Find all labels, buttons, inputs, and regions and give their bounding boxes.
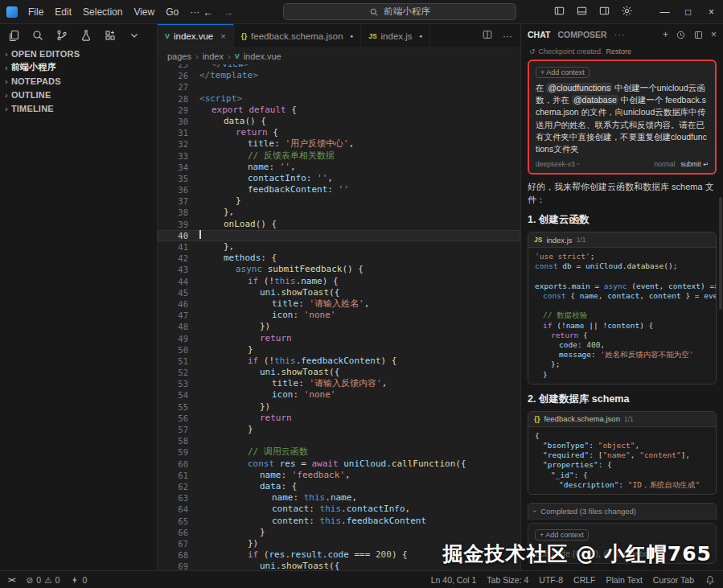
ports-indicator[interactable]: 0: [71, 575, 87, 585]
code-line[interactable]: 65content: this.feedbackContent: [158, 516, 520, 527]
code-line[interactable]: 46title: '请输入姓名',: [158, 298, 520, 310]
close-panel-icon[interactable]: ×: [711, 29, 717, 40]
forward-button[interactable]: →: [223, 6, 233, 19]
breadcrumb-item[interactable]: index: [203, 51, 224, 61]
add-context-chip[interactable]: + Add context: [536, 67, 589, 78]
settings-gear-icon[interactable]: [621, 5, 633, 19]
status-item[interactable]: Cursor Tab: [653, 575, 694, 585]
search-icon[interactable]: [28, 26, 47, 45]
code-line[interactable]: 41},: [158, 241, 520, 253]
modified-dot[interactable]: ●: [351, 34, 354, 39]
modified-dot[interactable]: ●: [420, 34, 423, 39]
code-line[interactable]: 40: [158, 230, 520, 241]
code-line[interactable]: 49return: [158, 333, 520, 344]
completed-file-row[interactable]: Vindex.vue10/10: [528, 519, 716, 520]
menu-item-view[interactable]: View: [128, 6, 160, 18]
menu-item-edit[interactable]: Edit: [49, 6, 77, 18]
code-block-header[interactable]: JSindex.js1/1: [528, 232, 716, 248]
code-line[interactable]: 44if (!this.name) {: [158, 276, 520, 287]
split-editor-icon[interactable]: [482, 29, 493, 43]
more-icon[interactable]: [125, 26, 144, 45]
code-line[interactable]: 66}: [158, 527, 520, 538]
code-line[interactable]: 35contactInfo: '',: [158, 173, 520, 184]
menu-item-go[interactable]: Go: [160, 6, 184, 18]
code-editor[interactable]: 25</view>26</template>2728<script>29expo…: [158, 64, 520, 570]
sidebar-section[interactable]: ›NOTEPADS: [0, 74, 157, 88]
code-line[interactable]: 64contact: this.contactInfo,: [158, 504, 520, 515]
source-control-icon[interactable]: [52, 26, 72, 45]
code-line[interactable]: 63name: this.name,: [158, 492, 520, 504]
menu-item-selection[interactable]: Selection: [77, 6, 128, 18]
code-line[interactable]: 45uni.showToast({: [158, 287, 520, 298]
code-line[interactable]: 52uni.showToast({: [158, 367, 520, 378]
toggle-sidebar-icon[interactable]: [553, 5, 565, 19]
chat-tab-overflow-icon[interactable]: ···: [614, 30, 626, 39]
chat-scrollbar[interactable]: [719, 197, 722, 310]
breadcrumb-item[interactable]: pages: [167, 51, 191, 61]
tab-feedback.schema.json[interactable]: {}feedback.schema.json●: [234, 24, 361, 47]
code-line[interactable]: 31return {: [158, 127, 520, 138]
code-line[interactable]: 59// 调用云函数: [158, 446, 520, 458]
completed-header[interactable]: › Completed (3 files changed): [528, 504, 716, 519]
tab-index.js[interactable]: JSindex.js●: [361, 24, 430, 47]
code-line[interactable]: 61name: 'feedback',: [158, 470, 520, 481]
testing-icon[interactable]: [76, 26, 96, 45]
menu-item-file[interactable]: File: [23, 6, 49, 18]
status-item[interactable]: CRLF: [573, 575, 595, 585]
status-item[interactable]: Tab Size: 4: [487, 575, 528, 585]
code-line[interactable]: 56return: [158, 413, 520, 424]
problems-indicator[interactable]: ⊘0 ⚠0: [27, 575, 60, 585]
remote-indicator[interactable]: ><: [8, 576, 15, 584]
chat-tab-composer[interactable]: COMPOSER: [557, 30, 606, 39]
status-item[interactable]: UTF-8: [539, 575, 563, 585]
code-line[interactable]: 47icon: 'none': [158, 310, 520, 321]
history-icon[interactable]: [676, 30, 686, 40]
code-line[interactable]: 58: [158, 435, 520, 446]
code-line[interactable]: 28<script>: [158, 93, 520, 105]
code-line[interactable]: 57}: [158, 424, 520, 435]
code-line[interactable]: 62data: {: [158, 481, 520, 492]
code-block-header[interactable]: {}feedback.schema.json1/1: [528, 412, 716, 427]
toggle-panel-icon[interactable]: [576, 5, 588, 19]
extensions-icon[interactable]: [101, 26, 120, 45]
code-line[interactable]: 30data() {: [158, 116, 520, 127]
breadcrumb-item[interactable]: index.vue: [244, 51, 281, 61]
code-line[interactable]: 25</view>: [158, 64, 520, 70]
command-center[interactable]: 前端小程序: [283, 3, 516, 20]
status-item[interactable]: Ln 40, Col 1: [431, 575, 477, 585]
explorer-icon[interactable]: [4, 26, 23, 45]
app-logo-icon[interactable]: [6, 6, 18, 18]
code-line[interactable]: 42methods: {: [158, 253, 520, 264]
code-line[interactable]: 53title: '请输入反馈内容',: [158, 378, 520, 389]
status-item[interactable]: Plain Text: [606, 575, 642, 585]
open-in-editor-icon[interactable]: [693, 30, 704, 40]
model-selector[interactable]: deepseek-v3 ›: [536, 160, 580, 168]
sidebar-section[interactable]: ›前端小程序: [0, 60, 157, 74]
code-line[interactable]: 36feedbackContent: '': [158, 184, 520, 195]
chat-tab-chat[interactable]: CHAT: [528, 30, 550, 39]
more-actions-icon[interactable]: ···: [503, 31, 512, 42]
code-line[interactable]: 50}: [158, 344, 520, 356]
sidebar-section[interactable]: ›OPEN EDITORS: [0, 47, 157, 60]
minimize-button[interactable]: —: [653, 0, 676, 24]
tab-index.vue[interactable]: Vindex.vue×: [158, 24, 234, 47]
code-line[interactable]: 33// 反馈表单相关数据: [158, 150, 520, 162]
code-line[interactable]: 27: [158, 81, 520, 93]
code-line[interactable]: 54icon: 'none': [158, 389, 520, 401]
mode-selector[interactable]: normal: [654, 160, 675, 168]
code-line[interactable]: 43async submitFeedback() {: [158, 264, 520, 275]
close-icon[interactable]: ×: [220, 31, 225, 41]
code-line[interactable]: 34name: '',: [158, 162, 520, 173]
add-context-chip[interactable]: + Add context: [535, 529, 589, 541]
chat-scroll-area[interactable]: + Add context 在 @cloudfunctions 中创建一个uni…: [521, 57, 723, 520]
code-line[interactable]: 39onLoad() {: [158, 219, 520, 230]
code-line[interactable]: 29export default {: [158, 105, 520, 116]
sidebar-section[interactable]: ›OUTLINE: [0, 88, 157, 101]
back-button[interactable]: ←: [203, 6, 213, 19]
toggle-secondary-sidebar-icon[interactable]: [598, 5, 610, 19]
code-line[interactable]: 51if (!this.feedbackContent) {: [158, 356, 520, 367]
code-line[interactable]: 55}): [158, 401, 520, 413]
new-chat-icon[interactable]: +: [663, 29, 668, 40]
code-line[interactable]: 32title: '用户反馈中心',: [158, 138, 520, 150]
notifications-bell-icon[interactable]: [705, 575, 715, 585]
